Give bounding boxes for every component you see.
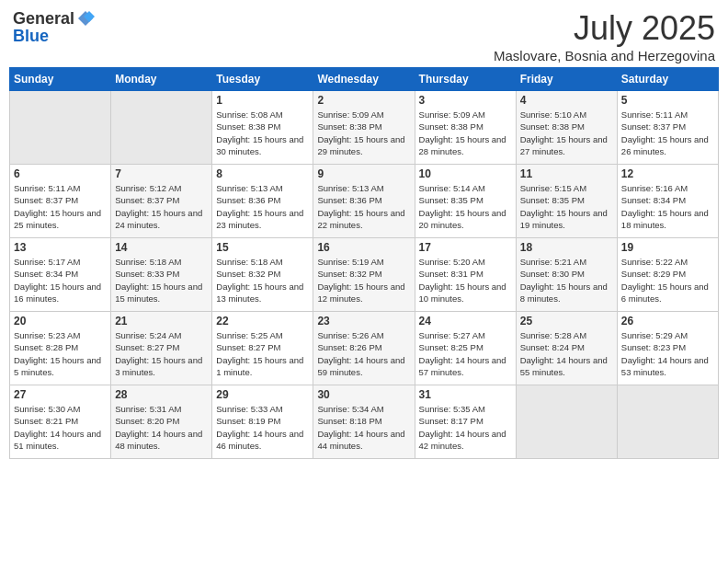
- calendar-cell: 24Sunrise: 5:27 AMSunset: 8:25 PMDayligh…: [415, 312, 516, 385]
- title-block: July 2025 Maslovare, Bosnia and Herzegov…: [494, 9, 715, 63]
- location-subtitle: Maslovare, Bosnia and Herzegovina: [494, 48, 715, 63]
- day-info: Sunrise: 5:34 AMSunset: 8:18 PMDaylight:…: [317, 403, 410, 452]
- day-number: 6: [14, 167, 107, 180]
- calendar-cell: 17Sunrise: 5:20 AMSunset: 8:31 PMDayligh…: [415, 238, 516, 312]
- calendar-cell: 19Sunrise: 5:22 AMSunset: 8:29 PMDayligh…: [617, 238, 718, 312]
- day-number: 31: [419, 388, 512, 401]
- day-info: Sunrise: 5:33 AMSunset: 8:19 PMDaylight:…: [216, 403, 309, 452]
- month-year-title: July 2025: [494, 9, 715, 48]
- day-info: Sunrise: 5:15 AMSunset: 8:35 PMDaylight:…: [520, 182, 613, 231]
- calendar-cell: 28Sunrise: 5:31 AMSunset: 8:20 PMDayligh…: [111, 385, 212, 459]
- calendar-week-row: 6Sunrise: 5:11 AMSunset: 8:37 PMDaylight…: [10, 165, 719, 238]
- day-info: Sunrise: 5:12 AMSunset: 8:37 PMDaylight:…: [115, 182, 208, 231]
- calendar-cell: 27Sunrise: 5:30 AMSunset: 8:21 PMDayligh…: [10, 385, 111, 459]
- calendar-cell: 20Sunrise: 5:23 AMSunset: 8:28 PMDayligh…: [10, 312, 111, 385]
- day-number: 26: [621, 315, 714, 327]
- day-info: Sunrise: 5:11 AMSunset: 8:37 PMDaylight:…: [14, 182, 107, 231]
- day-number: 28: [115, 388, 208, 401]
- calendar-cell: 1Sunrise: 5:08 AMSunset: 8:38 PMDaylight…: [212, 91, 313, 165]
- day-number: 17: [419, 241, 512, 254]
- day-info: Sunrise: 5:13 AMSunset: 8:36 PMDaylight:…: [317, 182, 410, 231]
- calendar-cell: 2Sunrise: 5:09 AMSunset: 8:38 PMDaylight…: [313, 91, 415, 165]
- calendar-cell: 9Sunrise: 5:13 AMSunset: 8:36 PMDaylight…: [313, 165, 415, 238]
- calendar-cell: [10, 91, 111, 165]
- day-number: 8: [216, 167, 309, 180]
- day-info: Sunrise: 5:26 AMSunset: 8:26 PMDaylight:…: [317, 329, 410, 378]
- weekday-header-row: SundayMondayTuesdayWednesdayThursdayFrid…: [10, 68, 719, 91]
- calendar-cell: 21Sunrise: 5:24 AMSunset: 8:27 PMDayligh…: [111, 312, 212, 385]
- day-number: 16: [317, 241, 410, 254]
- day-info: Sunrise: 5:31 AMSunset: 8:20 PMDaylight:…: [115, 403, 208, 452]
- day-number: 22: [216, 315, 309, 327]
- weekday-header-saturday: Saturday: [617, 68, 718, 91]
- day-number: 1: [216, 94, 309, 107]
- day-info: Sunrise: 5:18 AMSunset: 8:32 PMDaylight:…: [216, 256, 309, 304]
- weekday-header-sunday: Sunday: [10, 68, 111, 91]
- calendar-cell: 8Sunrise: 5:13 AMSunset: 8:36 PMDaylight…: [212, 165, 313, 238]
- calendar-cell: 29Sunrise: 5:33 AMSunset: 8:19 PMDayligh…: [212, 385, 313, 459]
- weekday-header-wednesday: Wednesday: [313, 68, 415, 91]
- day-number: 24: [419, 315, 512, 327]
- day-number: 25: [520, 315, 613, 327]
- day-info: Sunrise: 5:17 AMSunset: 8:34 PMDaylight:…: [14, 256, 107, 304]
- logo-general: General: [13, 10, 74, 27]
- calendar-cell: 5Sunrise: 5:11 AMSunset: 8:37 PMDaylight…: [617, 91, 718, 165]
- calendar-cell: [111, 91, 212, 165]
- calendar-week-row: 13Sunrise: 5:17 AMSunset: 8:34 PMDayligh…: [10, 238, 719, 312]
- calendar-table: SundayMondayTuesdayWednesdayThursdayFrid…: [9, 67, 719, 459]
- calendar-cell: 13Sunrise: 5:17 AMSunset: 8:34 PMDayligh…: [10, 238, 111, 312]
- logo-icon: [76, 9, 95, 28]
- day-info: Sunrise: 5:27 AMSunset: 8:25 PMDaylight:…: [419, 329, 512, 378]
- day-number: 18: [520, 241, 613, 254]
- day-info: Sunrise: 5:10 AMSunset: 8:38 PMDaylight:…: [520, 109, 613, 157]
- calendar-cell: 26Sunrise: 5:29 AMSunset: 8:23 PMDayligh…: [617, 312, 718, 385]
- day-number: 5: [621, 94, 714, 107]
- calendar-cell: 3Sunrise: 5:09 AMSunset: 8:38 PMDaylight…: [415, 91, 516, 165]
- calendar-cell: 7Sunrise: 5:12 AMSunset: 8:37 PMDaylight…: [111, 165, 212, 238]
- day-info: Sunrise: 5:09 AMSunset: 8:38 PMDaylight:…: [419, 109, 512, 157]
- day-number: 14: [115, 241, 208, 254]
- day-info: Sunrise: 5:14 AMSunset: 8:35 PMDaylight:…: [419, 182, 512, 231]
- calendar-cell: 11Sunrise: 5:15 AMSunset: 8:35 PMDayligh…: [516, 165, 617, 238]
- calendar-cell: 18Sunrise: 5:21 AMSunset: 8:30 PMDayligh…: [516, 238, 617, 312]
- calendar-cell: 10Sunrise: 5:14 AMSunset: 8:35 PMDayligh…: [415, 165, 516, 238]
- day-number: 23: [317, 315, 410, 327]
- day-info: Sunrise: 5:13 AMSunset: 8:36 PMDaylight:…: [216, 182, 309, 231]
- calendar-cell: 23Sunrise: 5:26 AMSunset: 8:26 PMDayligh…: [313, 312, 415, 385]
- calendar-cell: [617, 385, 718, 459]
- calendar-cell: [516, 385, 617, 459]
- day-number: 9: [317, 167, 410, 180]
- day-number: 4: [520, 94, 613, 107]
- day-number: 12: [621, 167, 714, 180]
- day-info: Sunrise: 5:18 AMSunset: 8:33 PMDaylight:…: [115, 256, 208, 304]
- weekday-header-tuesday: Tuesday: [212, 68, 313, 91]
- day-number: 11: [520, 167, 613, 180]
- day-number: 3: [419, 94, 512, 107]
- day-info: Sunrise: 5:28 AMSunset: 8:24 PMDaylight:…: [520, 329, 613, 378]
- calendar-week-row: 27Sunrise: 5:30 AMSunset: 8:21 PMDayligh…: [10, 385, 719, 459]
- day-number: 2: [317, 94, 410, 107]
- day-info: Sunrise: 5:08 AMSunset: 8:38 PMDaylight:…: [216, 109, 309, 157]
- calendar-cell: 14Sunrise: 5:18 AMSunset: 8:33 PMDayligh…: [111, 238, 212, 312]
- calendar-cell: 15Sunrise: 5:18 AMSunset: 8:32 PMDayligh…: [212, 238, 313, 312]
- day-info: Sunrise: 5:24 AMSunset: 8:27 PMDaylight:…: [115, 329, 208, 378]
- day-number: 21: [115, 315, 208, 327]
- logo-blue: Blue: [13, 28, 95, 44]
- day-info: Sunrise: 5:16 AMSunset: 8:34 PMDaylight:…: [621, 182, 714, 231]
- calendar-cell: 4Sunrise: 5:10 AMSunset: 8:38 PMDaylight…: [516, 91, 617, 165]
- weekday-header-monday: Monday: [111, 68, 212, 91]
- calendar-cell: 12Sunrise: 5:16 AMSunset: 8:34 PMDayligh…: [617, 165, 718, 238]
- day-number: 15: [216, 241, 309, 254]
- calendar-cell: 30Sunrise: 5:34 AMSunset: 8:18 PMDayligh…: [313, 385, 415, 459]
- weekday-header-friday: Friday: [516, 68, 617, 91]
- day-number: 7: [115, 167, 208, 180]
- calendar-week-row: 1Sunrise: 5:08 AMSunset: 8:38 PMDaylight…: [10, 91, 719, 165]
- day-info: Sunrise: 5:29 AMSunset: 8:23 PMDaylight:…: [621, 329, 714, 378]
- day-info: Sunrise: 5:23 AMSunset: 8:28 PMDaylight:…: [14, 329, 107, 378]
- day-info: Sunrise: 5:11 AMSunset: 8:37 PMDaylight:…: [621, 109, 714, 157]
- day-info: Sunrise: 5:25 AMSunset: 8:27 PMDaylight:…: [216, 329, 309, 378]
- day-info: Sunrise: 5:30 AMSunset: 8:21 PMDaylight:…: [14, 403, 107, 452]
- calendar-cell: 22Sunrise: 5:25 AMSunset: 8:27 PMDayligh…: [212, 312, 313, 385]
- day-number: 30: [317, 388, 410, 401]
- calendar-cell: 16Sunrise: 5:19 AMSunset: 8:32 PMDayligh…: [313, 238, 415, 312]
